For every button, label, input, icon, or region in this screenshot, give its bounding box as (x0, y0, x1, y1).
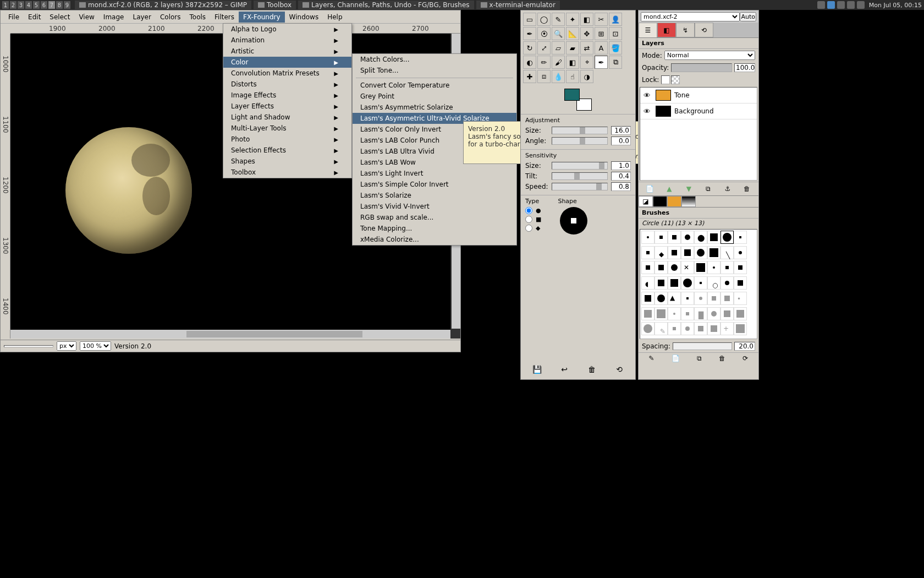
tab-layers[interactable]: ☰ (639, 23, 657, 37)
type-diamond-radio[interactable] (525, 225, 532, 232)
spacing-slider[interactable] (673, 342, 732, 350)
brush-item[interactable] (668, 231, 681, 244)
brush-item[interactable] (721, 276, 734, 290)
type-square-radio[interactable] (525, 216, 532, 223)
tool-move[interactable]: ✥ (580, 27, 593, 40)
menu-image[interactable]: Image (99, 12, 129, 23)
tab-patterns[interactable] (667, 196, 681, 207)
brush-item[interactable] (668, 307, 681, 320)
size-slider[interactable] (552, 127, 608, 134)
brush-item[interactable] (641, 292, 654, 305)
brush-item[interactable] (681, 231, 694, 244)
new-brush-icon[interactable]: 📄 (672, 355, 680, 362)
menu-help[interactable]: Help (323, 12, 346, 23)
anchor-layer-icon[interactable]: ⚓ (723, 184, 733, 194)
tool-rect-select[interactable]: ▭ (523, 13, 536, 26)
brush-item[interactable]: ○ (707, 276, 721, 290)
brush-item[interactable] (654, 276, 668, 290)
brush-item[interactable] (681, 292, 694, 305)
tool-paintbrush[interactable]: 🖌 (552, 56, 565, 69)
brush-item[interactable] (694, 261, 707, 274)
taskbar-item-terminal[interactable]: x-terminal-emulator (476, 1, 560, 9)
submenu-item[interactable]: Light and Shadow▶ (223, 112, 351, 123)
tool-foreground[interactable]: 👤 (609, 13, 622, 26)
tool-grid[interactable]: ▭ ◯ ✎ ✦ ◧ ✂ 👤 ✒ ⦿ 🔍 📐 ✥ ⊞ ⊡ ↻ ⤢ ▱ ▰ ⇄ A … (521, 10, 635, 85)
lower-layer-icon[interactable]: ▼ (684, 184, 694, 194)
submenu-item[interactable]: Artistic▶ (223, 46, 351, 57)
tab-brushes[interactable]: ● (653, 196, 667, 207)
brush-item[interactable] (681, 307, 694, 320)
brush-grid[interactable]: ⬤◆╲✕◖○▲•█✎+ (640, 229, 757, 339)
brush-item[interactable] (734, 261, 747, 274)
fx-foundry-menu[interactable]: Alpha to Logo▶Animation▶Artistic▶Color▶C… (223, 23, 352, 178)
tool-ink[interactable]: ✒ (595, 56, 608, 69)
brush-item[interactable] (734, 276, 747, 290)
submenu-item[interactable]: Toolbox▶ (223, 167, 351, 178)
brush-item[interactable] (707, 231, 721, 244)
layer-row[interactable]: 👁 Tone (640, 88, 757, 103)
brush-item[interactable] (654, 231, 668, 244)
brush-item[interactable]: ✎ (654, 322, 668, 335)
tool-blur[interactable]: 💧 (552, 70, 565, 83)
tilt-slider[interactable] (552, 172, 608, 180)
tool-crop[interactable]: ⊡ (609, 27, 622, 40)
submenu-item[interactable]: Grey Point (353, 91, 516, 102)
layer-name[interactable]: Tone (674, 91, 690, 99)
submenu-item[interactable]: Selection Effects▶ (223, 145, 351, 156)
brush-item[interactable]: + (721, 322, 734, 335)
tool-ellipse-select[interactable]: ◯ (537, 13, 551, 26)
tool-free-select[interactable]: ✎ (552, 13, 565, 26)
brush-item[interactable] (641, 246, 654, 259)
submenu-item[interactable]: Distorts▶ (223, 79, 351, 90)
visibility-icon[interactable]: 👁 (644, 91, 652, 100)
submenu-item[interactable]: xMedia Colorize... (353, 234, 516, 245)
tab-fgbg[interactable]: ◪ (639, 196, 653, 207)
tool-flip[interactable]: ⇄ (580, 41, 593, 54)
menubar[interactable]: File Edit Select View Image Layer Colors… (1, 10, 460, 24)
submenu-item[interactable]: Alpha to Logo▶ (223, 24, 351, 35)
submenu-item[interactable]: Tone Mapping... (353, 223, 516, 234)
submenu-item[interactable]: Layer Effects▶ (223, 101, 351, 112)
brush-item[interactable] (681, 276, 694, 290)
delete-layer-icon[interactable]: 🗑 (742, 184, 752, 194)
reset-options-icon[interactable]: ⟲ (614, 364, 625, 375)
submenu-item[interactable]: Match Colors... (353, 54, 516, 65)
blend-mode-select[interactable]: Normal (664, 51, 755, 60)
tool-scissors[interactable]: ✂ (595, 13, 608, 26)
delete-brush-icon[interactable]: 🗑 (719, 355, 725, 362)
layer-list[interactable]: 👁 Tone 👁 Background (640, 87, 757, 181)
tool-eraser[interactable]: ◧ (566, 56, 579, 69)
brush-item[interactable] (681, 246, 694, 259)
tool-shear[interactable]: ▱ (552, 41, 565, 54)
tool-blend[interactable]: ◐ (523, 56, 536, 69)
raise-layer-icon[interactable]: ▲ (664, 184, 674, 194)
tool-zoom[interactable]: 🔍 (552, 27, 565, 40)
speed-slider[interactable] (552, 183, 608, 190)
taskbar-item-toolbox[interactable]: Toolbox (254, 1, 296, 9)
menu-windows[interactable]: Windows (285, 12, 323, 23)
brush-item[interactable] (734, 246, 747, 259)
menu-edit[interactable]: Edit (24, 12, 45, 23)
layer-thumbnail[interactable] (656, 90, 671, 101)
edit-brush-icon[interactable]: ✎ (649, 355, 654, 362)
lock-pixels-check[interactable] (661, 75, 670, 84)
taskbar-item-gimp[interactable]: mond.xcf-2.0 (RGB, 2 layers) 3872x2592 –… (75, 1, 251, 9)
submenu-item[interactable]: Animation▶ (223, 35, 351, 46)
tool-paths[interactable]: ✒ (523, 27, 536, 40)
brush-item[interactable] (694, 276, 707, 290)
submenu-item[interactable]: Photo▶ (223, 134, 351, 145)
brush-item[interactable]: • (734, 292, 747, 305)
tool-clone[interactable]: ⧉ (609, 56, 622, 69)
fg-color-swatch[interactable] (564, 89, 580, 101)
tool-fuzzy-select[interactable]: ✦ (566, 13, 579, 26)
submenu-item[interactable]: Image Effects▶ (223, 90, 351, 101)
tool-airbrush[interactable]: ⌖ (580, 56, 593, 69)
menu-layer[interactable]: Layer (128, 12, 155, 23)
brush-item[interactable] (654, 307, 668, 320)
tool-scale[interactable]: ⤢ (537, 41, 551, 54)
submenu-item[interactable]: Lasm's Light Invert (353, 168, 516, 179)
brush-item[interactable] (654, 261, 668, 274)
tool-by-color[interactable]: ◧ (580, 13, 593, 26)
brush-item[interactable] (707, 307, 721, 320)
brush-item[interactable] (668, 276, 681, 290)
